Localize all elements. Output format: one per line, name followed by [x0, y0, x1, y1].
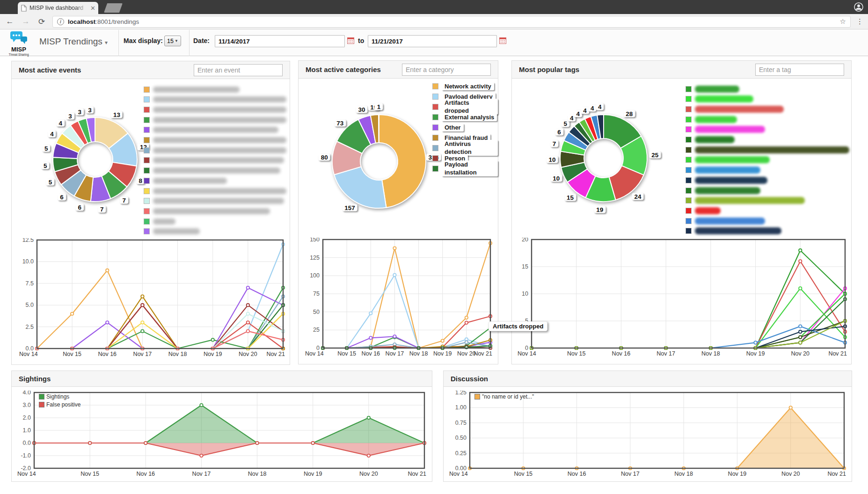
- legend-swatch-icon: [144, 87, 150, 93]
- legend-swatch-icon: [432, 124, 438, 131]
- svg-text:Nov 18: Nov 18: [409, 350, 428, 357]
- donut-value-label: 7: [550, 140, 559, 147]
- legend-label: "no name or id yet...": [482, 393, 534, 400]
- svg-text:12.5: 12.5: [22, 238, 34, 243]
- events-line-chart: 0.02.55.07.510.012.5Nov 14Nov 15Nov 16No…: [18, 238, 286, 361]
- misp-logo[interactable]: MISP Threat Sharing: [6, 31, 32, 56]
- redacted-tag-pill: [695, 136, 735, 143]
- svg-text:100: 100: [310, 272, 320, 279]
- donut-value-label: 5: [562, 120, 570, 127]
- category-search-input[interactable]: [402, 64, 491, 76]
- legend-item[interactable]: [144, 86, 240, 93]
- legend-item[interactable]: [144, 157, 284, 164]
- legend-item[interactable]: [144, 137, 286, 144]
- svg-text:Nov 21: Nov 21: [827, 471, 846, 477]
- bookmark-star-icon[interactable]: ☆: [840, 17, 846, 26]
- page-favicon-icon: [21, 5, 27, 12]
- legend-item[interactable]: [144, 177, 227, 184]
- forward-button[interactable]: →: [21, 17, 31, 26]
- legend-item[interactable]: [144, 187, 286, 195]
- legend-item[interactable]: [686, 167, 760, 174]
- legend-item[interactable]: [144, 116, 286, 124]
- legend-swatch-icon: [686, 228, 692, 234]
- legend-item[interactable]: [686, 217, 765, 225]
- browser-tab-strip: MISP live dashboard ✕: [0, 0, 868, 14]
- legend-item[interactable]: Antivirus detection: [432, 144, 498, 152]
- legend-swatch-icon: [686, 218, 692, 224]
- legend-item[interactable]: [686, 207, 721, 214]
- tab-close-icon[interactable]: ✕: [90, 5, 95, 11]
- svg-text:0.0: 0.0: [23, 440, 31, 446]
- donut-value-label: 10: [550, 174, 562, 182]
- legend-item[interactable]: [144, 167, 280, 174]
- svg-text:Nov 14: Nov 14: [19, 351, 38, 357]
- profile-icon[interactable]: [853, 1, 864, 15]
- legend-swatch-icon: [39, 402, 44, 407]
- url-text: localhost:8001/trendings: [68, 18, 139, 25]
- svg-text:4.0: 4.0: [23, 391, 31, 396]
- legend-item[interactable]: False positive: [39, 401, 80, 408]
- legend-label: False positive: [46, 401, 80, 408]
- date-to-input[interactable]: [368, 35, 497, 47]
- legend-item[interactable]: [686, 146, 849, 153]
- legend-item[interactable]: External analysis: [432, 113, 497, 121]
- legend-item[interactable]: [686, 126, 765, 133]
- redacted-label: [153, 117, 286, 123]
- tag-search-input[interactable]: [755, 64, 844, 76]
- legend-item[interactable]: Other: [432, 124, 464, 131]
- tags-legend: [686, 85, 849, 240]
- redacted-label: [153, 147, 286, 153]
- legend-item[interactable]: [144, 197, 284, 205]
- redacted-tag-pill: [695, 86, 739, 93]
- event-search-input[interactable]: [194, 64, 283, 76]
- svg-text:125: 125: [310, 254, 320, 261]
- calendar-icon[interactable]: [499, 37, 506, 46]
- legend-item[interactable]: [144, 228, 200, 235]
- header-divider: [118, 30, 119, 56]
- legend-item[interactable]: Network activity: [432, 82, 494, 90]
- misp-dashboard-screen: MISP live dashboard ✕ ← → ⟳ i localhost:…: [0, 0, 868, 494]
- donut-value-label: 5: [42, 145, 51, 152]
- url-bar[interactable]: i localhost:8001/trendings ☆: [52, 16, 851, 28]
- legend-item[interactable]: [144, 96, 286, 103]
- legend-item[interactable]: "no name or id yet...": [474, 393, 534, 400]
- browser-menu-icon[interactable]: ⋮: [856, 17, 863, 26]
- legend-item[interactable]: [686, 227, 781, 235]
- calendar-icon[interactable]: [347, 37, 354, 46]
- legend-item[interactable]: [686, 156, 770, 164]
- nav-title-dropdown[interactable]: MISP Trendings ▾: [39, 36, 108, 47]
- legend-item[interactable]: Payload installation: [432, 165, 498, 172]
- new-tab-button[interactable]: [104, 3, 123, 13]
- legend-item[interactable]: [686, 116, 737, 123]
- legend-swatch-icon: [432, 94, 438, 100]
- legend-item[interactable]: [686, 85, 739, 93]
- legend-item[interactable]: [686, 105, 784, 113]
- svg-text:Nov 21: Nov 21: [828, 350, 847, 357]
- redacted-tag-pill: [695, 187, 760, 194]
- legend-item[interactable]: [686, 136, 735, 144]
- legend-item[interactable]: [686, 95, 753, 103]
- svg-text:Nov 16: Nov 16: [568, 471, 586, 477]
- legend-item[interactable]: Sightings: [39, 393, 80, 400]
- legend-swatch-icon: [432, 166, 438, 172]
- legend-item[interactable]: [686, 197, 805, 204]
- back-button[interactable]: ←: [5, 17, 15, 26]
- legend-item[interactable]: [686, 187, 760, 194]
- legend-item[interactable]: Artifacts dropped: [432, 103, 498, 110]
- legend-item[interactable]: [144, 106, 286, 113]
- legend-swatch-icon: [686, 96, 692, 102]
- date-from-input[interactable]: [215, 35, 345, 47]
- donut-value-label: 13: [111, 111, 123, 118]
- page-info-icon[interactable]: i: [57, 18, 64, 25]
- legend-item[interactable]: [686, 176, 767, 184]
- svg-text:Nov 17: Nov 17: [192, 471, 211, 477]
- legend-item[interactable]: [144, 218, 175, 225]
- legend-item[interactable]: [144, 146, 286, 154]
- legend-swatch-icon: [432, 145, 438, 151]
- legend-swatch-icon: [686, 208, 692, 214]
- max-display-select[interactable]: 15▼: [164, 36, 181, 46]
- legend-item[interactable]: [144, 207, 270, 215]
- reload-button[interactable]: ⟳: [36, 17, 47, 27]
- legend-item[interactable]: [144, 126, 278, 134]
- browser-tab[interactable]: MISP live dashboard ✕: [18, 2, 98, 14]
